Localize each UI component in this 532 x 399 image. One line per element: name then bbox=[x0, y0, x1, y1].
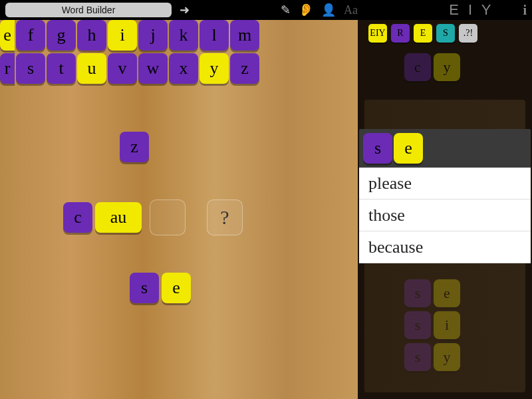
info-icon[interactable]: i bbox=[523, 3, 527, 18]
tile-w[interactable]: w bbox=[138, 53, 168, 84]
font-icon[interactable]: Aa bbox=[344, 3, 358, 17]
board-area[interactable]: efghijklm rstuvwxyz z c au ? s e bbox=[0, 20, 358, 399]
tile-m[interactable]: m bbox=[230, 20, 259, 51]
word-because[interactable]: because bbox=[359, 231, 531, 263]
tile-s[interactable]: s bbox=[363, 133, 392, 164]
tile-x[interactable]: x bbox=[169, 53, 198, 84]
hint-slot[interactable]: ? bbox=[207, 200, 243, 235]
tile-u[interactable]: u bbox=[77, 53, 106, 84]
tile-i[interactable]: i bbox=[108, 20, 137, 51]
tile-S[interactable]: S bbox=[436, 24, 455, 43]
next-icon[interactable]: ➜ bbox=[180, 3, 190, 17]
tile-R[interactable]: R bbox=[391, 24, 410, 43]
tile-e[interactable]: e bbox=[0, 20, 15, 51]
pencil-icon[interactable]: ✎ bbox=[281, 3, 291, 17]
tile-t[interactable]: t bbox=[47, 53, 76, 84]
word-list-panel: se pleasethosebecause bbox=[359, 129, 531, 263]
person-icon[interactable]: 👤 bbox=[321, 3, 336, 17]
word-please[interactable]: please bbox=[359, 168, 531, 200]
title-button[interactable]: Word Builder bbox=[5, 3, 172, 17]
tile-e[interactable]: e bbox=[394, 133, 423, 164]
empty-slot[interactable] bbox=[150, 200, 186, 235]
tile-j[interactable]: j bbox=[138, 20, 168, 51]
tile-E[interactable]: E bbox=[414, 24, 432, 43]
tile-EIY[interactable]: EIY bbox=[368, 24, 387, 43]
tile-s[interactable]: s bbox=[16, 53, 45, 84]
tile-c[interactable]: c bbox=[404, 53, 431, 81]
tile-g[interactable]: g bbox=[47, 20, 76, 51]
mode-label: E I Y bbox=[449, 1, 493, 19]
ear-icon[interactable]: 👂 bbox=[299, 3, 313, 17]
word-those[interactable]: those bbox=[359, 200, 531, 231]
tile-f[interactable]: f bbox=[16, 20, 45, 51]
tile-.?![interactable]: .?! bbox=[459, 24, 477, 43]
tile-z[interactable]: z bbox=[120, 132, 149, 162]
tile-v[interactable]: v bbox=[108, 53, 137, 84]
tile-e[interactable]: e bbox=[162, 273, 191, 303]
tile-c[interactable]: c bbox=[63, 202, 92, 233]
tile-h[interactable]: h bbox=[77, 20, 106, 51]
tile-s[interactable]: s bbox=[130, 273, 159, 303]
tile-au[interactable]: au bbox=[95, 202, 142, 233]
tile-l[interactable]: l bbox=[200, 20, 229, 51]
tile-z[interactable]: z bbox=[230, 53, 259, 84]
tile-r[interactable]: r bbox=[0, 53, 15, 84]
tile-k[interactable]: k bbox=[169, 20, 198, 51]
tile-y[interactable]: y bbox=[200, 53, 229, 84]
tile-y[interactable]: y bbox=[434, 53, 460, 81]
